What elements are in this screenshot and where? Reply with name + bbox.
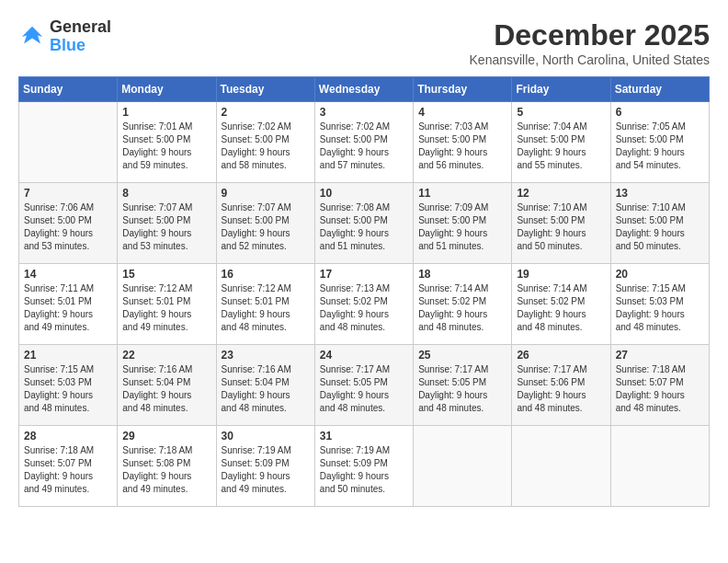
day-number: 3 <box>320 106 408 119</box>
day-number: 14 <box>24 268 112 281</box>
table-row: 19Sunrise: 7:14 AM Sunset: 5:02 PM Dayli… <box>512 264 610 345</box>
table-row: 26Sunrise: 7:17 AM Sunset: 5:06 PM Dayli… <box>512 345 610 426</box>
day-info: Sunrise: 7:19 AM Sunset: 5:09 PM Dayligh… <box>320 444 408 496</box>
location-subtitle: Kenansville, North Carolina, United Stat… <box>470 52 710 67</box>
col-wednesday: Wednesday <box>314 77 413 102</box>
day-number: 9 <box>222 187 310 200</box>
day-info: Sunrise: 7:04 AM Sunset: 5:00 PM Dayligh… <box>517 121 605 172</box>
day-number: 20 <box>616 268 704 281</box>
calendar-week-row: 21Sunrise: 7:15 AM Sunset: 5:03 PM Dayli… <box>19 345 710 426</box>
col-friday: Friday <box>512 77 610 102</box>
day-number: 15 <box>122 268 210 281</box>
day-info: Sunrise: 7:19 AM Sunset: 5:09 PM Dayligh… <box>222 444 310 496</box>
day-number: 21 <box>24 349 112 362</box>
month-year-title: December 2025 <box>470 18 710 52</box>
table-row: 7Sunrise: 7:06 AM Sunset: 5:00 PM Daylig… <box>19 183 118 264</box>
table-row: 13Sunrise: 7:10 AM Sunset: 5:00 PM Dayli… <box>610 183 709 264</box>
day-info: Sunrise: 7:06 AM Sunset: 5:00 PM Dayligh… <box>24 201 112 253</box>
table-row: 8Sunrise: 7:07 AM Sunset: 5:00 PM Daylig… <box>118 183 216 264</box>
table-row: 4Sunrise: 7:03 AM Sunset: 5:00 PM Daylig… <box>414 102 512 183</box>
table-row <box>414 426 512 507</box>
calendar-week-row: 14Sunrise: 7:11 AM Sunset: 5:01 PM Dayli… <box>19 264 710 345</box>
table-row: 11Sunrise: 7:09 AM Sunset: 5:00 PM Dayli… <box>414 183 512 264</box>
day-info: Sunrise: 7:11 AM Sunset: 5:01 PM Dayligh… <box>24 282 112 334</box>
table-row: 17Sunrise: 7:13 AM Sunset: 5:02 PM Dayli… <box>314 264 413 345</box>
table-row: 10Sunrise: 7:08 AM Sunset: 5:00 PM Dayli… <box>314 183 413 264</box>
day-number: 5 <box>517 106 605 119</box>
table-row: 21Sunrise: 7:15 AM Sunset: 5:03 PM Dayli… <box>19 345 118 426</box>
table-row <box>512 426 610 507</box>
day-number: 23 <box>222 349 310 362</box>
day-info: Sunrise: 7:01 AM Sunset: 5:00 PM Dayligh… <box>122 121 210 172</box>
calendar-week-row: 7Sunrise: 7:06 AM Sunset: 5:00 PM Daylig… <box>19 183 710 264</box>
table-row: 27Sunrise: 7:18 AM Sunset: 5:07 PM Dayli… <box>610 345 709 426</box>
day-number: 25 <box>418 349 506 362</box>
col-tuesday: Tuesday <box>216 77 314 102</box>
day-number: 13 <box>616 187 704 200</box>
day-info: Sunrise: 7:17 AM Sunset: 5:05 PM Dayligh… <box>320 363 408 415</box>
table-row: 25Sunrise: 7:17 AM Sunset: 5:05 PM Dayli… <box>414 345 512 426</box>
day-number: 27 <box>616 349 704 362</box>
day-number: 19 <box>517 268 605 281</box>
day-info: Sunrise: 7:07 AM Sunset: 5:00 PM Dayligh… <box>222 201 310 253</box>
day-info: Sunrise: 7:16 AM Sunset: 5:04 PM Dayligh… <box>222 363 310 415</box>
day-info: Sunrise: 7:18 AM Sunset: 5:07 PM Dayligh… <box>24 444 112 496</box>
table-row <box>610 426 709 507</box>
table-row: 14Sunrise: 7:11 AM Sunset: 5:01 PM Dayli… <box>19 264 118 345</box>
day-number: 1 <box>122 106 210 119</box>
calendar-table: Sunday Monday Tuesday Wednesday Thursday… <box>18 76 710 507</box>
day-info: Sunrise: 7:12 AM Sunset: 5:01 PM Dayligh… <box>122 282 210 334</box>
day-info: Sunrise: 7:17 AM Sunset: 5:06 PM Dayligh… <box>517 363 605 415</box>
day-info: Sunrise: 7:15 AM Sunset: 5:03 PM Dayligh… <box>616 282 704 334</box>
col-sunday: Sunday <box>19 77 118 102</box>
day-info: Sunrise: 7:05 AM Sunset: 5:00 PM Dayligh… <box>616 121 704 172</box>
day-number: 22 <box>122 349 210 362</box>
day-number: 8 <box>122 187 210 200</box>
col-thursday: Thursday <box>414 77 512 102</box>
header: General Blue December 2025 Kenansville, … <box>18 18 710 67</box>
table-row: 5Sunrise: 7:04 AM Sunset: 5:00 PM Daylig… <box>512 102 610 183</box>
table-row: 30Sunrise: 7:19 AM Sunset: 5:09 PM Dayli… <box>216 426 314 507</box>
table-row: 3Sunrise: 7:02 AM Sunset: 5:00 PM Daylig… <box>314 102 413 183</box>
logo-icon <box>18 23 46 51</box>
day-info: Sunrise: 7:15 AM Sunset: 5:03 PM Dayligh… <box>24 363 112 415</box>
day-number: 30 <box>222 430 310 442</box>
day-info: Sunrise: 7:16 AM Sunset: 5:04 PM Dayligh… <box>122 363 210 415</box>
table-row <box>19 102 118 183</box>
table-row: 22Sunrise: 7:16 AM Sunset: 5:04 PM Dayli… <box>118 345 216 426</box>
table-row: 1Sunrise: 7:01 AM Sunset: 5:00 PM Daylig… <box>118 102 216 183</box>
day-number: 16 <box>222 268 310 281</box>
table-row: 15Sunrise: 7:12 AM Sunset: 5:01 PM Dayli… <box>118 264 216 345</box>
day-number: 31 <box>320 430 408 442</box>
day-info: Sunrise: 7:18 AM Sunset: 5:08 PM Dayligh… <box>122 444 210 496</box>
day-number: 6 <box>616 106 704 119</box>
day-number: 10 <box>320 187 408 200</box>
table-row: 29Sunrise: 7:18 AM Sunset: 5:08 PM Dayli… <box>118 426 216 507</box>
table-row: 31Sunrise: 7:19 AM Sunset: 5:09 PM Dayli… <box>314 426 413 507</box>
col-saturday: Saturday <box>610 77 709 102</box>
table-row: 28Sunrise: 7:18 AM Sunset: 5:07 PM Dayli… <box>19 426 118 507</box>
logo-text: General Blue <box>50 18 111 55</box>
table-row: 20Sunrise: 7:15 AM Sunset: 5:03 PM Dayli… <box>610 264 709 345</box>
day-info: Sunrise: 7:09 AM Sunset: 5:00 PM Dayligh… <box>418 201 506 253</box>
calendar-week-row: 28Sunrise: 7:18 AM Sunset: 5:07 PM Dayli… <box>19 426 710 507</box>
day-info: Sunrise: 7:18 AM Sunset: 5:07 PM Dayligh… <box>616 363 704 415</box>
day-info: Sunrise: 7:10 AM Sunset: 5:00 PM Dayligh… <box>616 201 704 253</box>
day-info: Sunrise: 7:07 AM Sunset: 5:00 PM Dayligh… <box>122 201 210 253</box>
day-number: 24 <box>320 349 408 362</box>
table-row: 2Sunrise: 7:02 AM Sunset: 5:00 PM Daylig… <box>216 102 314 183</box>
day-info: Sunrise: 7:02 AM Sunset: 5:00 PM Dayligh… <box>222 121 310 172</box>
day-info: Sunrise: 7:14 AM Sunset: 5:02 PM Dayligh… <box>418 282 506 334</box>
day-info: Sunrise: 7:14 AM Sunset: 5:02 PM Dayligh… <box>517 282 605 334</box>
table-row: 12Sunrise: 7:10 AM Sunset: 5:00 PM Dayli… <box>512 183 610 264</box>
table-row: 9Sunrise: 7:07 AM Sunset: 5:00 PM Daylig… <box>216 183 314 264</box>
table-row: 23Sunrise: 7:16 AM Sunset: 5:04 PM Dayli… <box>216 345 314 426</box>
day-info: Sunrise: 7:12 AM Sunset: 5:01 PM Dayligh… <box>222 282 310 334</box>
day-number: 28 <box>24 430 112 442</box>
day-info: Sunrise: 7:13 AM Sunset: 5:02 PM Dayligh… <box>320 282 408 334</box>
calendar-week-row: 1Sunrise: 7:01 AM Sunset: 5:00 PM Daylig… <box>19 102 710 183</box>
col-monday: Monday <box>118 77 216 102</box>
day-number: 2 <box>222 106 310 119</box>
day-number: 11 <box>418 187 506 200</box>
table-row: 6Sunrise: 7:05 AM Sunset: 5:00 PM Daylig… <box>610 102 709 183</box>
